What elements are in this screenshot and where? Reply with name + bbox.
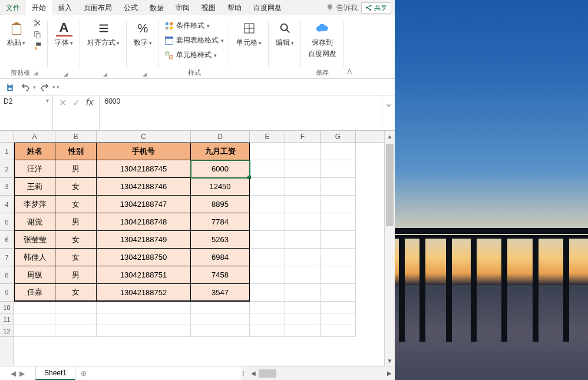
tab-baidu[interactable]: 百度网盘 (247, 0, 288, 15)
cell-A10[interactable] (14, 302, 55, 313)
cell-C4[interactable]: 13042188747 (97, 196, 191, 213)
align-button[interactable]: 对齐方式▾ (84, 18, 123, 50)
cell-C7[interactable]: 13042188750 (97, 249, 191, 266)
tab-home[interactable]: 开始 (26, 0, 52, 15)
cell-E1[interactable] (250, 143, 285, 160)
scroll-right-arrow[interactable]: ▶ (384, 370, 395, 376)
collapse-ribbon[interactable]: ᐱ (343, 15, 355, 78)
vertical-scrollbar[interactable]: ▲ ▼ (384, 131, 395, 366)
editing-button[interactable]: 编辑▾ (272, 18, 298, 50)
cell-B4[interactable]: 女 (55, 196, 97, 213)
cell-A12[interactable] (14, 325, 55, 337)
cell-E10[interactable] (250, 302, 285, 313)
cell-E3[interactable] (250, 178, 285, 196)
cell-B1[interactable]: 性别 (55, 143, 97, 160)
sheet-nav-next[interactable]: ▶ (19, 369, 25, 378)
cell-C6[interactable]: 13042188749 (97, 231, 191, 249)
cell-A11[interactable] (14, 313, 55, 325)
cell-F1[interactable] (285, 143, 321, 160)
cell-D11[interactable] (191, 313, 250, 325)
redo-dropdown[interactable]: ▾ (52, 84, 55, 90)
cell-G10[interactable] (321, 302, 356, 313)
col-header-F[interactable]: F (285, 131, 321, 142)
cell-B6[interactable]: 女 (55, 231, 97, 249)
col-header-D[interactable]: D (191, 131, 250, 142)
cell-D3[interactable]: 12450 (191, 178, 250, 196)
cell-B3[interactable]: 女 (55, 178, 97, 196)
cell-A9[interactable]: 任嘉 (14, 284, 55, 302)
row-header-1[interactable]: 1 (0, 143, 14, 160)
cell-styles-button[interactable]: 单元格样式▾ (163, 49, 226, 61)
cell-F10[interactable] (285, 302, 321, 313)
name-box[interactable]: D2 ▾ (0, 95, 53, 130)
row-header-9[interactable]: 9 (0, 284, 14, 302)
row-header-11[interactable]: 11 (0, 313, 14, 325)
cell-G3[interactable] (321, 178, 356, 196)
cancel-formula[interactable]: ✕ (59, 97, 67, 108)
cell-D5[interactable]: 7784 (191, 213, 250, 231)
cell-C3[interactable]: 13042188746 (97, 178, 191, 196)
cell-C5[interactable]: 13042188748 (97, 213, 191, 231)
cell-G5[interactable] (321, 213, 356, 231)
cell-F7[interactable] (285, 249, 321, 266)
horizontal-scrollbar[interactable]: ⁞ ◀ ▶ (242, 366, 395, 380)
format-painter-button[interactable] (31, 41, 44, 52)
cell-G12[interactable] (321, 325, 356, 337)
cell-E12[interactable] (250, 325, 285, 337)
cell-D2[interactable]: 6000 (191, 160, 250, 178)
cell-C1[interactable]: 手机号 (97, 143, 191, 160)
share-button[interactable]: 共享 (361, 2, 391, 14)
tab-file[interactable]: 文件 (0, 0, 26, 15)
cell-F9[interactable] (285, 284, 321, 302)
scroll-down-arrow[interactable]: ▼ (385, 355, 395, 366)
cell-E7[interactable] (250, 249, 285, 266)
number-button[interactable]: % 数字▾ (130, 18, 156, 50)
cell-F6[interactable] (285, 231, 321, 249)
cell-D10[interactable] (191, 302, 250, 313)
cell-G9[interactable] (321, 284, 356, 302)
cell-D8[interactable]: 7458 (191, 266, 250, 284)
cut-button[interactable] (31, 18, 44, 28)
font-button[interactable]: A 字体▾ (51, 18, 77, 50)
cell-C12[interactable] (97, 325, 191, 337)
cell-A6[interactable]: 张莹莹 (14, 231, 55, 249)
cell-A3[interactable]: 王莉 (14, 178, 55, 196)
hscroll-split[interactable]: ⁞ (242, 369, 248, 378)
tab-formulas[interactable]: 公式 (118, 0, 144, 15)
cell-E8[interactable] (250, 266, 285, 284)
select-all-corner[interactable] (0, 131, 14, 143)
cell-C10[interactable] (97, 302, 191, 313)
row-header-7[interactable]: 7 (0, 249, 14, 266)
cell-F11[interactable] (285, 313, 321, 325)
cell-G7[interactable] (321, 249, 356, 266)
cell-D4[interactable]: 8895 (191, 196, 250, 213)
cell-G11[interactable] (321, 313, 356, 325)
cell-B12[interactable] (55, 325, 97, 337)
cell-B2[interactable]: 男 (55, 160, 97, 178)
conditional-format-button[interactable]: 条件格式▾ (163, 20, 226, 31)
cell-E9[interactable] (250, 284, 285, 302)
cell-E4[interactable] (250, 196, 285, 213)
cell-E5[interactable] (250, 213, 285, 231)
col-header-E[interactable]: E (250, 131, 285, 142)
cell-A2[interactable]: 汪洋 (14, 160, 55, 178)
cell-G2[interactable] (321, 160, 356, 178)
cell-F8[interactable] (285, 266, 321, 284)
formula-input[interactable]: 6000 (100, 95, 382, 130)
cell-A7[interactable]: 韩佳人 (14, 249, 55, 266)
undo-button[interactable] (19, 81, 32, 94)
cell-C11[interactable] (97, 313, 191, 325)
cell-E6[interactable] (250, 231, 285, 249)
number-dialog-launcher[interactable]: ◢ (143, 71, 147, 77)
cell-E11[interactable] (250, 313, 285, 325)
cell-B5[interactable]: 男 (55, 213, 97, 231)
font-dialog-launcher[interactable]: ◢ (64, 71, 68, 77)
copy-button[interactable] (31, 29, 44, 40)
tab-insert[interactable]: 插入 (52, 0, 78, 15)
cell-B11[interactable] (55, 313, 97, 325)
tab-view[interactable]: 视图 (196, 0, 222, 15)
paste-button[interactable]: 粘贴▾ (4, 18, 29, 50)
cell-F4[interactable] (285, 196, 321, 213)
redo-button[interactable] (38, 81, 51, 94)
hscroll-thumb[interactable] (259, 369, 276, 378)
